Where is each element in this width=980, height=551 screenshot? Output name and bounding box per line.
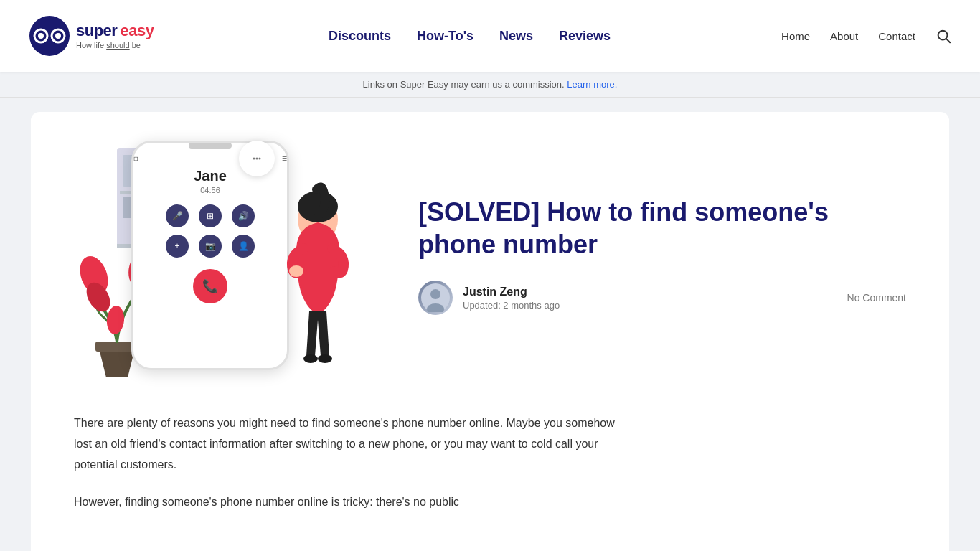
logo-tagline: How life should be	[76, 41, 154, 50]
svg-line-6	[946, 39, 950, 42]
article-title: [SOLVED] How to find someone's phone num…	[418, 196, 906, 260]
article-card: ⊞ ☰ Jane 04:56 🎤 ⊞ 🔊 + 📷 👤	[31, 112, 949, 551]
page-wrapper: ⊞ ☰ Jane 04:56 🎤 ⊞ 🔊 + 📷 👤	[17, 112, 963, 551]
nav-discounts[interactable]: Discounts	[329, 29, 391, 44]
logo-easy: easy	[120, 22, 154, 39]
nav-about[interactable]: About	[830, 30, 858, 42]
comment-count: No Comment	[847, 292, 906, 303]
phone-add-btn: +	[166, 235, 189, 258]
phone-grid-btn: ⊞	[199, 204, 222, 227]
logo-text: super easy How life should be	[76, 22, 154, 50]
main-nav: Discounts How-To's News Reviews	[329, 29, 611, 44]
svg-point-3	[38, 33, 44, 39]
search-button[interactable]	[936, 28, 951, 44]
nav-news[interactable]: News	[499, 29, 533, 44]
nav-home[interactable]: Home	[781, 30, 810, 42]
nav-reviews[interactable]: Reviews	[559, 29, 611, 44]
author-details: Justin Zeng Updated: 2 months ago	[463, 286, 560, 311]
phone-notch	[189, 143, 232, 149]
phone-video-btn: 📷	[199, 235, 222, 258]
svg-point-7	[253, 158, 255, 160]
author-row: Justin Zeng Updated: 2 months ago No Com…	[418, 281, 906, 315]
hero-image: ⊞ ☰ Jane 04:56 🎤 ⊞ 🔊 + 📷 👤	[74, 133, 375, 377]
svg-point-8	[256, 158, 258, 160]
secondary-nav: Home About Contact	[781, 28, 951, 44]
phone-speaker-btn: 🔊	[232, 204, 255, 227]
author-avatar	[418, 281, 453, 315]
tagline-emphasis: should	[106, 41, 129, 50]
svg-point-12	[289, 265, 303, 277]
svg-point-19	[105, 305, 125, 335]
logo-icon	[29, 15, 70, 57]
person-illustration	[253, 155, 382, 377]
author-updated: Updated: 2 months ago	[463, 300, 560, 311]
svg-point-14	[318, 354, 332, 363]
svg-point-24	[430, 289, 440, 299]
chat-bubble	[239, 141, 275, 176]
article-paragraph-1: There are plenty of reasons you might ne…	[74, 413, 633, 475]
svg-point-9	[259, 158, 261, 160]
announcement-text: Links on Super Easy may earn us a commis…	[363, 79, 565, 90]
site-header: super easy How life should be Discounts …	[0, 0, 980, 72]
hero-text: [SOLVED] How to find someone's phone num…	[418, 196, 906, 315]
nav-contact[interactable]: Contact	[878, 30, 915, 42]
announcement-link[interactable]: Learn more.	[567, 79, 617, 90]
announcement-bar: Links on Super Easy may earn us a commis…	[0, 72, 980, 98]
search-icon	[936, 28, 951, 44]
phone-hangup-btn: 📞	[193, 269, 227, 303]
phone-mic-btn: 🎤	[166, 204, 189, 227]
logo-super: super	[76, 22, 117, 39]
svg-point-4	[55, 33, 61, 39]
phone-person-btn: 👤	[232, 235, 255, 258]
article-body: There are plenty of reasons you might ne…	[31, 392, 677, 513]
author-name: Justin Zeng	[463, 286, 560, 298]
author-info: Justin Zeng Updated: 2 months ago	[418, 281, 560, 315]
svg-point-13	[303, 354, 318, 363]
nav-howtos[interactable]: How-To's	[417, 29, 473, 44]
article-paragraph-2: However, finding someone's phone number …	[74, 492, 633, 513]
logo[interactable]: super easy How life should be	[29, 15, 158, 57]
hero-section: ⊞ ☰ Jane 04:56 🎤 ⊞ 🔊 + 📷 👤	[31, 112, 949, 392]
avatar-icon	[421, 283, 450, 312]
